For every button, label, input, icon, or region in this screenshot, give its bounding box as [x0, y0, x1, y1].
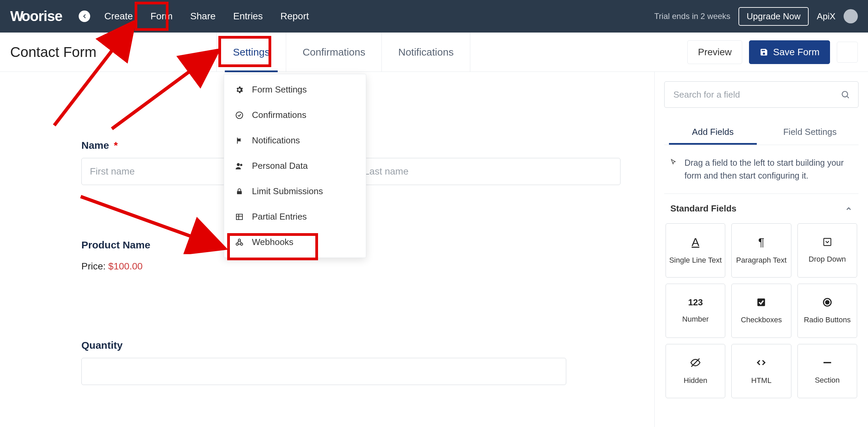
field-dropdown[interactable]: Drop Down: [797, 223, 857, 278]
section-icon: [822, 358, 832, 368]
grid-icon: [234, 213, 244, 221]
preview-button[interactable]: Preview: [687, 40, 742, 64]
secondary-actions: Preview Save Form: [687, 40, 858, 64]
topbar: WWooriseoorise Create Form Share Entries…: [0, 0, 868, 33]
chevron-up-icon: [845, 205, 852, 212]
field-number[interactable]: 123 Number: [666, 284, 725, 338]
tab-notifications[interactable]: Notifications: [381, 33, 470, 72]
field-search-input[interactable]: [673, 89, 841, 100]
svg-point-5: [826, 301, 829, 304]
dd-limit-submissions[interactable]: Limit Submissions: [224, 179, 366, 204]
sidebar-tab-field-settings[interactable]: Field Settings: [762, 119, 859, 145]
nav-entries[interactable]: Entries: [232, 9, 264, 24]
radio-icon: [822, 297, 832, 307]
check-circle-icon: [234, 111, 244, 120]
dd-webhooks[interactable]: Webhooks: [224, 229, 366, 255]
svg-rect-3: [757, 299, 765, 306]
upgrade-button[interactable]: Upgrade Now: [738, 7, 809, 26]
save-icon: [760, 48, 768, 57]
field-radio[interactable]: Radio Buttons: [797, 284, 857, 338]
svg-rect-2: [824, 239, 831, 246]
fields-sidebar: Add Fields Field Settings Drag a field t…: [654, 72, 868, 427]
field-quantity: Quantity: [81, 340, 620, 385]
hidden-icon: [690, 357, 701, 368]
topbar-right: Trial ends in 2 weeks Upgrade Now ApiX: [654, 7, 858, 26]
svg-point-15: [236, 243, 238, 245]
settings-dropdown: Form Settings Confirmations Notification…: [224, 74, 366, 258]
field-hidden[interactable]: Hidden: [666, 344, 725, 398]
field-grid: A Single Line Text ¶ Paragraph Text Drop…: [664, 223, 859, 406]
svg-point-10: [240, 164, 242, 166]
text-icon: A: [692, 236, 699, 248]
avatar[interactable]: [844, 9, 858, 23]
sidebar-hint: Drag a field to the left to start buildi…: [664, 145, 859, 194]
trial-notice: Trial ends in 2 weeks: [654, 12, 731, 21]
tab-confirmations[interactable]: Confirmations: [286, 33, 381, 72]
field-html[interactable]: HTML: [731, 344, 791, 398]
number-icon: 123: [688, 298, 703, 307]
field-checkboxes[interactable]: Checkboxes: [731, 284, 791, 338]
user-name[interactable]: ApiX: [817, 11, 835, 22]
dd-partial-entries[interactable]: Partial Entries: [224, 204, 366, 229]
dd-notifications[interactable]: Notifications: [224, 128, 366, 153]
page-title: Contact Form: [10, 44, 96, 60]
tab-settings[interactable]: Settings: [216, 33, 286, 72]
svg-rect-11: [237, 191, 242, 194]
quantity-label: Quantity: [81, 340, 620, 351]
sidebar-tabs: Add Fields Field Settings: [664, 119, 859, 145]
people-icon: [234, 162, 244, 170]
svg-point-16: [240, 243, 243, 245]
gear-icon: [234, 85, 244, 94]
required-star: *: [114, 140, 118, 151]
nav-form[interactable]: Form: [149, 9, 174, 24]
save-form-label: Save Form: [773, 47, 820, 58]
product-price: Price: $100.00: [81, 261, 620, 272]
svg-point-0: [842, 92, 848, 97]
nav-report[interactable]: Report: [279, 9, 310, 24]
lock-icon: [234, 187, 244, 196]
save-form-button[interactable]: Save Form: [749, 40, 830, 64]
webhook-icon: [234, 238, 244, 247]
paragraph-icon: ¶: [758, 236, 764, 248]
cursor-icon: [670, 157, 676, 167]
form-tabs: Settings Confirmations Notifications: [216, 33, 470, 72]
search-icon: [841, 90, 850, 99]
quantity-input[interactable]: [81, 358, 566, 385]
svg-line-1: [847, 96, 849, 98]
nav-create[interactable]: Create: [103, 9, 134, 24]
field-search[interactable]: [664, 81, 859, 108]
flag-icon: [234, 137, 244, 145]
svg-point-8: [236, 112, 243, 119]
topbar-nav: Create Form Share Entries Report: [103, 9, 310, 24]
field-paragraph[interactable]: ¶ Paragraph Text: [731, 223, 791, 278]
back-button[interactable]: [79, 11, 90, 22]
svg-point-9: [237, 163, 240, 166]
standard-fields-header[interactable]: Standard Fields: [664, 194, 859, 223]
sidebar-tab-add-fields[interactable]: Add Fields: [664, 119, 762, 145]
dd-personal-data[interactable]: Personal Data: [224, 153, 366, 179]
secondary-bar: Contact Form Settings Confirmations Noti…: [0, 33, 868, 72]
content: Name * Product Name Price: $100.00 Quant…: [0, 72, 868, 427]
code-icon: [756, 357, 767, 368]
checkbox-icon: [756, 297, 766, 307]
last-name-input[interactable]: [356, 158, 620, 185]
field-section[interactable]: Section: [797, 344, 857, 398]
logo: WWooriseoorise: [10, 8, 62, 24]
field-single-line[interactable]: A Single Line Text: [666, 223, 725, 278]
dd-confirmations[interactable]: Confirmations: [224, 102, 366, 128]
dd-form-settings[interactable]: Form Settings: [224, 77, 366, 102]
dropdown-icon: [823, 237, 832, 247]
nav-share[interactable]: Share: [189, 9, 217, 24]
chevron-left-icon: [81, 13, 87, 19]
svg-rect-12: [236, 214, 242, 220]
form-settings-gear[interactable]: [837, 42, 858, 63]
